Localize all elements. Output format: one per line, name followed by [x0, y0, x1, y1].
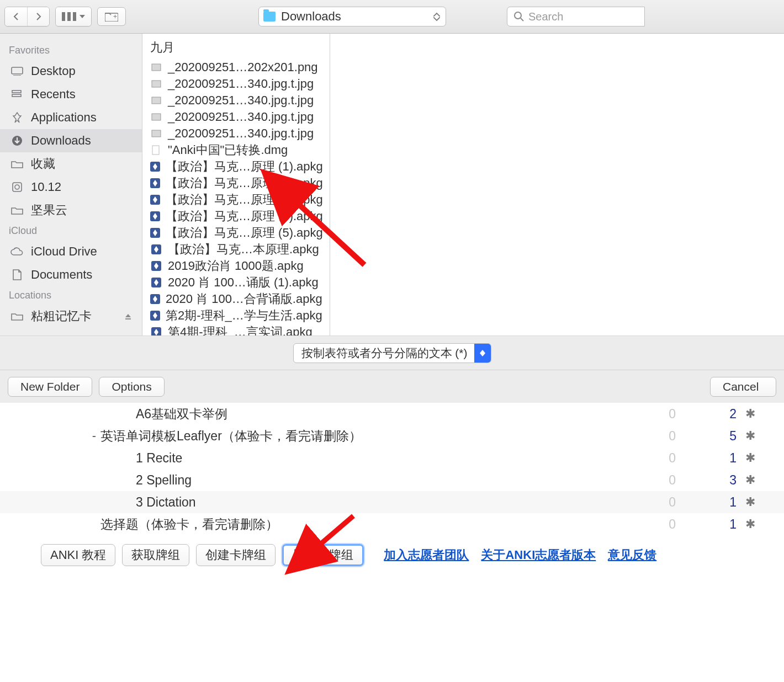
file-item[interactable]: 【政治】马克…原理 (4).apkg: [142, 208, 330, 225]
sidebar-item[interactable]: Documents: [0, 263, 142, 286]
deck-name: 选择题（体验卡，看完请删除）: [100, 516, 615, 533]
file-icon: [150, 94, 162, 106]
anki-about-link[interactable]: 关于ANKI志愿者版本: [481, 547, 596, 563]
file-item[interactable]: 【政治】马克…本原理.apkg: [142, 241, 330, 258]
sidebar-item[interactable]: 坚果云: [0, 199, 142, 222]
svg-rect-19: [152, 146, 159, 154]
file-item[interactable]: _202009251…340.jpg.t.jpg: [142, 125, 330, 142]
download-icon: [10, 135, 24, 146]
gear-icon[interactable]: ✱: [737, 517, 764, 531]
sidebar-item[interactable]: Recents: [0, 83, 142, 106]
nav-back-forward: [4, 7, 50, 26]
anki-join-link[interactable]: 加入志愿者团队: [384, 547, 469, 563]
view-switcher[interactable]: [55, 7, 92, 26]
anki-feedback-link[interactable]: 意见反馈: [608, 547, 656, 563]
new-folder-icon-button[interactable]: +: [97, 7, 126, 26]
sidebar-item[interactable]: Applications: [0, 106, 142, 129]
sidebar-item[interactable]: 粘粗记忆卡: [0, 305, 142, 328]
search-field[interactable]: [507, 7, 645, 26]
format-select[interactable]: 按制表符或者分号分隔的文本 (*): [293, 343, 491, 363]
svg-rect-1: [67, 12, 71, 21]
file-name: 第2期-理科_…学与生活.apkg: [166, 307, 322, 324]
deck-due-count: 3: [676, 473, 737, 488]
gear-icon[interactable]: ✱: [737, 451, 764, 465]
anki-getdeck-button[interactable]: 获取牌组: [122, 544, 189, 566]
deck-row[interactable]: 2 Spelling03✱: [0, 469, 784, 491]
file-item[interactable]: _202009251…340.jpg.t.jpg: [142, 76, 330, 92]
svg-rect-14: [152, 64, 161, 71]
cancel-button[interactable]: Cancel: [710, 377, 776, 397]
svg-rect-0: [62, 12, 65, 21]
file-icon: [150, 144, 162, 156]
file-item[interactable]: _202009251…202x201.png: [142, 59, 330, 76]
deck-toggle[interactable]: -: [0, 429, 100, 443]
eject-icon[interactable]: [124, 309, 132, 323]
file-item[interactable]: 【政治】马克…原理 (5).apkg: [142, 225, 330, 241]
column-header: 九月: [142, 36, 330, 59]
gear-icon[interactable]: ✱: [737, 407, 764, 421]
disk-icon: [10, 182, 24, 193]
file-item[interactable]: 2020 肖 100…诵版 (1).apkg: [142, 274, 330, 291]
sidebar-item[interactable]: 收藏: [0, 152, 142, 175]
sidebar-item[interactable]: iCloud Drive: [0, 240, 142, 263]
deck-row[interactable]: 选择题（体验卡，看完请删除）01✱: [0, 513, 784, 535]
deck-row[interactable]: A6基础双卡举例02✱: [0, 403, 784, 425]
file-item[interactable]: _202009251…340.jpg.t.jpg: [142, 109, 330, 125]
forward-button[interactable]: [27, 7, 49, 26]
file-item[interactable]: 第4期-理科_…言实词.apkg: [142, 324, 330, 335]
deck-row[interactable]: -英语单词模板Leaflyer（体验卡，看完请删除）05✱: [0, 425, 784, 447]
anki-tutorial-button[interactable]: ANKI 教程: [41, 544, 115, 566]
cloud-icon: [10, 246, 24, 257]
sidebar: FavoritesDesktopRecentsApplicationsDownl…: [0, 34, 142, 335]
dialog-footer: New Folder Options Cancel: [0, 370, 784, 403]
sidebar-item[interactable]: Desktop: [0, 60, 142, 83]
sidebar-item-label: 10.12: [31, 180, 61, 194]
file-name: 2020 肖 100…诵版 (1).apkg: [168, 274, 319, 291]
deck-row[interactable]: 3 Dictation01✱: [0, 491, 784, 513]
file-icon: [150, 310, 160, 322]
file-item[interactable]: 2020 肖 100…合背诵版.apkg: [142, 291, 330, 307]
search-input[interactable]: [528, 10, 617, 23]
file-item[interactable]: _202009251…340.jpg.t.jpg: [142, 92, 330, 109]
file-name: _202009251…340.jpg.t.jpg: [168, 77, 314, 91]
sidebar-item[interactable]: Downloads: [0, 129, 142, 152]
options-button[interactable]: Options: [99, 377, 164, 397]
file-item[interactable]: 【政治】马克…原理 (2).apkg: [142, 175, 330, 191]
gear-icon[interactable]: ✱: [737, 429, 764, 443]
desktop-icon: [10, 66, 24, 77]
gear-icon[interactable]: ✱: [737, 495, 764, 509]
location-dropdown[interactable]: Downloads: [258, 7, 446, 26]
sidebar-item[interactable]: 10.12: [0, 175, 142, 199]
file-name: 【政治】马克…原理 (4).apkg: [166, 208, 323, 225]
format-row: 按制表符或者分号分隔的文本 (*): [0, 335, 784, 370]
file-icon: [150, 210, 160, 222]
new-folder-button[interactable]: New Folder: [8, 377, 92, 397]
file-item[interactable]: "Anki中国"已转换.dmg: [142, 142, 330, 158]
file-item[interactable]: 【政治】马克…原理 (1).apkg: [142, 158, 330, 175]
deck-due-count: 1: [676, 495, 737, 510]
anki-createdeck-button[interactable]: 创建卡牌组: [196, 544, 276, 566]
file-item[interactable]: 第2期-理科_…学与生活.apkg: [142, 307, 330, 324]
column-view-button[interactable]: [56, 7, 91, 26]
file-item[interactable]: 2019政治肖 1000题.apkg: [142, 258, 330, 274]
file-name: _202009251…340.jpg.t.jpg: [168, 126, 314, 141]
file-icon: [150, 326, 162, 335]
svg-point-13: [15, 185, 19, 189]
sidebar-item-label: Desktop: [31, 64, 76, 78]
gear-icon[interactable]: ✱: [737, 473, 764, 487]
file-icon: [150, 194, 160, 206]
svg-text:+: +: [113, 13, 117, 20]
file-icon: [150, 61, 162, 73]
svg-rect-2: [73, 12, 76, 21]
svg-rect-15: [152, 81, 161, 87]
anki-importdeck-button[interactable]: 导入卡牌组: [282, 544, 364, 566]
location-label: Downloads: [281, 9, 428, 24]
deck-name: 英语单词模板Leaflyer（体验卡，看完请删除）: [100, 428, 615, 445]
deck-new-count: 0: [615, 495, 676, 510]
sidebar-item-label: 收藏: [31, 156, 55, 172]
back-button[interactable]: [5, 7, 27, 26]
file-item[interactable]: 【政治】马克…原理 (3).apkg: [142, 191, 330, 208]
preview-pane: [330, 34, 784, 335]
deck-row[interactable]: 1 Recite01✱: [0, 447, 784, 469]
file-icon: [150, 177, 160, 189]
